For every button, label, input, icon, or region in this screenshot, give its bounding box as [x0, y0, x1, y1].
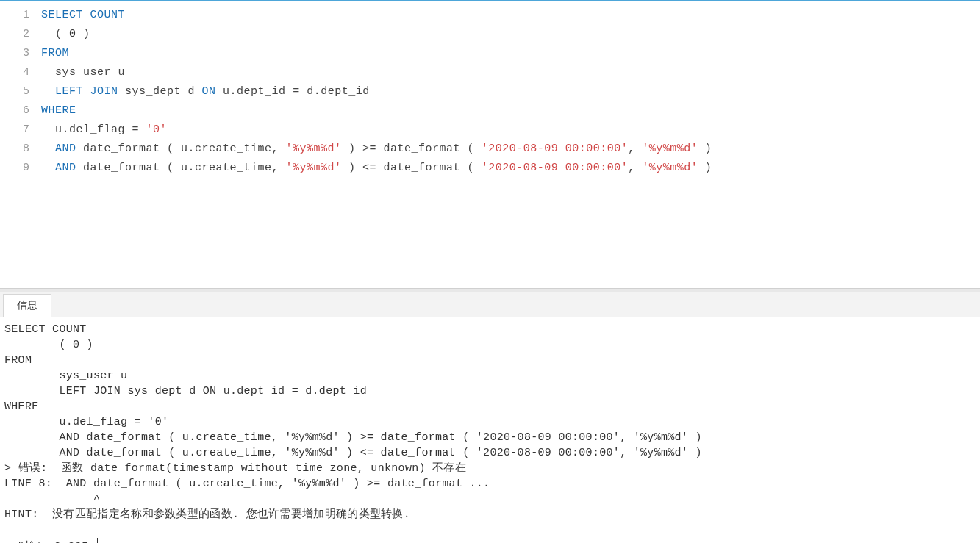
output-tab-bar: 信息	[0, 292, 980, 317]
token-ident: sys_dept d	[118, 85, 202, 98]
code-line[interactable]: 3FROM	[0, 44, 980, 63]
line-number: 4	[0, 63, 41, 82]
code-content[interactable]: SELECT COUNT	[41, 6, 980, 25]
token-ident: date_format ( u.create_time,	[76, 162, 286, 174]
output-messages[interactable]: SELECT COUNT ( 0 ) FROM sys_user u LEFT …	[0, 317, 980, 543]
code-line[interactable]: 2 ( 0 )	[0, 25, 980, 44]
code-line[interactable]: 7 u.del_flag = '0'	[0, 121, 980, 140]
code-content[interactable]: u.del_flag = '0'	[41, 121, 980, 140]
token-ident: u.del_flag =	[41, 123, 146, 136]
line-number: 8	[0, 140, 41, 159]
output-text: SELECT COUNT ( 0 ) FROM sys_user u LEFT …	[4, 323, 709, 543]
token-str: '2020-08-09 00:00:00'	[482, 143, 629, 155]
line-number: 2	[0, 25, 41, 44]
token-ident: sys_user u	[41, 66, 125, 79]
line-number: 5	[0, 82, 41, 101]
token-ident: u.dept_id = d.dept_id	[216, 85, 370, 98]
token-ident	[41, 85, 55, 98]
code-content[interactable]: FROM	[41, 44, 980, 63]
code-content[interactable]: LEFT JOIN sys_dept d ON u.dept_id = d.de…	[41, 82, 980, 101]
line-number: 7	[0, 121, 41, 140]
token-ident: ) >= date_format (	[342, 143, 482, 155]
editor-empty-area[interactable]	[0, 178, 980, 288]
token-ident: date_format ( u.create_time,	[76, 143, 286, 155]
token-str: '2020-08-09 00:00:00'	[482, 162, 629, 174]
token-ident: ) <= date_format (	[342, 162, 482, 174]
token-kw: LEFT	[55, 85, 83, 98]
code-content[interactable]: AND date_format ( u.create_time, '%y%m%d…	[41, 140, 980, 159]
code-line[interactable]: 1SELECT COUNT	[0, 6, 980, 25]
token-ident	[83, 9, 90, 21]
token-kw: COUNT	[90, 9, 126, 21]
code-content[interactable]: ( 0 )	[41, 25, 980, 44]
sql-editor[interactable]: 1SELECT COUNT2 ( 0 ) 3FROM4 sys_user u5 …	[0, 0, 980, 288]
token-ident	[41, 143, 55, 155]
token-kw: AND	[55, 143, 76, 155]
token-kw: FROM	[41, 47, 69, 60]
code-content[interactable]: sys_user u	[41, 63, 980, 82]
token-ident: )	[76, 28, 98, 40]
token-str: '%y%m%d'	[642, 162, 698, 174]
token-ident: ,	[628, 162, 642, 174]
token-ident: )	[698, 162, 712, 174]
token-str: '0'	[146, 123, 168, 136]
token-ident	[41, 162, 55, 174]
token-ident: )	[698, 143, 712, 155]
line-number: 9	[0, 159, 41, 178]
code-line[interactable]: 8 AND date_format ( u.create_time, '%y%m…	[0, 140, 980, 159]
code-line[interactable]: 6WHERE	[0, 101, 980, 121]
token-kw: SELECT	[41, 9, 83, 21]
output-cursor	[97, 538, 98, 543]
code-line[interactable]: 5 LEFT JOIN sys_dept d ON u.dept_id = d.…	[0, 82, 980, 101]
token-str: '%y%m%d'	[286, 162, 342, 174]
token-str: '%y%m%d'	[642, 143, 698, 155]
code-line[interactable]: 9 AND date_format ( u.create_time, '%y%m…	[0, 159, 980, 178]
line-number: 1	[0, 6, 41, 25]
token-kw: WHERE	[41, 104, 76, 117]
line-number: 6	[0, 101, 41, 121]
code-content[interactable]: AND date_format ( u.create_time, '%y%m%d…	[41, 159, 980, 178]
line-number: 3	[0, 44, 41, 63]
token-ident: (	[41, 28, 69, 40]
token-kw: ON	[202, 85, 216, 98]
token-str: '%y%m%d'	[286, 143, 342, 155]
tab-messages[interactable]: 信息	[3, 294, 51, 317]
code-line[interactable]: 4 sys_user u	[0, 63, 980, 82]
token-kw: AND	[55, 162, 76, 174]
code-content[interactable]: WHERE	[41, 101, 980, 121]
token-ident	[83, 85, 90, 98]
token-kw: JOIN	[90, 85, 118, 98]
token-num: 0	[69, 28, 76, 40]
token-ident: ,	[628, 143, 642, 155]
